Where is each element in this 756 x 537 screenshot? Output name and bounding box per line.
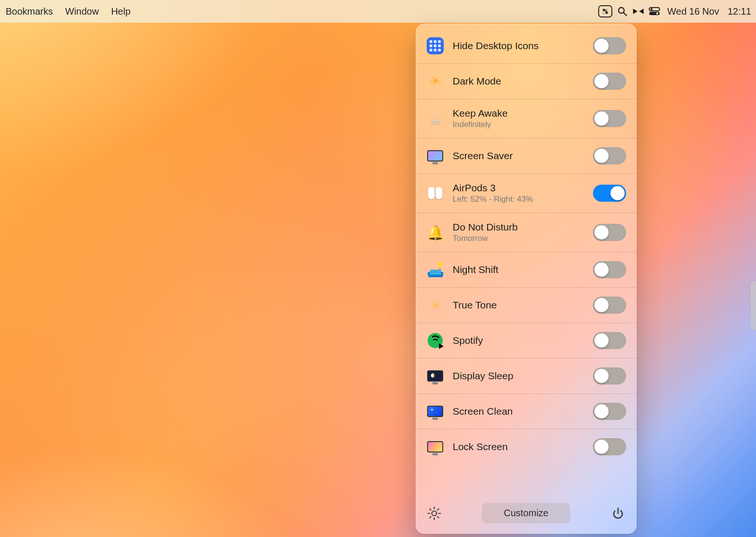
switch-row-true-tone: ☀︎True Tone [416, 288, 636, 323]
customize-button[interactable]: Customize [482, 503, 570, 523]
switch-row-hide-desktop-icons: Hide Desktop Icons [416, 28, 636, 64]
airpods-icon [428, 187, 442, 199]
switch-row-screen-clean: Screen Clean [416, 394, 636, 429]
toggle-keep-awake[interactable] [593, 110, 626, 127]
monitor-icon [427, 150, 443, 162]
switch-row-do-not-disturb: 🔔Do Not DisturbTomorrow [416, 213, 636, 252]
sun-icon: ☀︎ [429, 72, 442, 90]
toggle-lock-screen[interactable] [593, 438, 626, 455]
power-icon[interactable] [610, 505, 626, 521]
svg-line-13 [430, 509, 431, 511]
switch-row-spotify: Spotify [416, 323, 636, 358]
switch-label: True Tone [453, 299, 584, 311]
lock-screen-icon [427, 441, 443, 452]
switch-row-screen-saver: Screen Saver [416, 138, 636, 174]
menubar-time[interactable]: 12:11 [728, 6, 751, 17]
scroll-indicator[interactable] [750, 281, 756, 330]
switch-label: Keep Awake [453, 108, 584, 119]
display-sleep-icon [427, 370, 443, 382]
true-tone-icon: ☀︎ [429, 297, 442, 314]
spotlight-search-icon[interactable] [616, 5, 628, 17]
toggle-true-tone[interactable] [593, 297, 626, 314]
screen-clean-icon [427, 406, 443, 417]
menu-bar: Bookmarks Window Help Wed 16 Nov 12:11 [0, 0, 756, 23]
menubar-app-icon[interactable] [598, 5, 612, 17]
switch-label: Display Sleep [453, 370, 584, 382]
svg-point-5 [651, 8, 653, 10]
menubar-bowtie-icon[interactable] [632, 5, 644, 17]
toggle-night-shift[interactable] [593, 261, 626, 278]
switch-sublabel: Indefinitely [453, 120, 584, 129]
control-center-icon[interactable] [648, 5, 661, 17]
svg-line-15 [438, 509, 439, 511]
switch-row-dark-mode: ☀︎Dark Mode [416, 64, 636, 99]
switch-row-keep-awake: ☕︎Keep AwakeIndefinitely [416, 99, 636, 138]
switch-row-airpods-3: AirPods 3Left: 52% - Right: 43% [416, 174, 636, 213]
switch-sublabel: Tomorrow [453, 234, 584, 243]
toggle-display-sleep[interactable] [593, 367, 626, 384]
menu-bookmarks[interactable]: Bookmarks [6, 6, 53, 17]
svg-point-8 [432, 511, 437, 516]
lamp-icon: 🛋️ [427, 262, 444, 278]
switch-label: Dark Mode [453, 76, 584, 87]
switch-row-display-sleep: Display Sleep [416, 358, 636, 394]
switch-row-lock-screen: Lock Screen [416, 429, 636, 464]
menu-window[interactable]: Window [65, 6, 99, 17]
switch-label: Lock Screen [453, 441, 584, 452]
switch-label: AirPods 3 [453, 182, 584, 194]
switch-label: Do Not Disturb [453, 222, 584, 233]
switch-label: Screen Clean [453, 406, 584, 417]
switch-label: Hide Desktop Icons [453, 40, 584, 51]
toggle-airpods-3[interactable] [593, 185, 626, 202]
toggle-do-not-disturb[interactable] [593, 224, 626, 241]
switch-sublabel: Left: 52% - Right: 43% [453, 195, 584, 204]
coffee-cup-icon: ☕︎ [429, 111, 442, 127]
grid-icon [427, 37, 444, 54]
toggle-dark-mode[interactable] [593, 73, 626, 90]
switch-label: Screen Saver [453, 150, 584, 162]
svg-point-7 [656, 12, 658, 14]
switch-row-night-shift: 🛋️Night Shift [416, 252, 636, 288]
toggle-hide-desktop-icons[interactable] [593, 37, 626, 54]
menu-help[interactable]: Help [111, 6, 130, 17]
svg-line-14 [438, 516, 439, 518]
spotify-icon [428, 333, 443, 348]
settings-gear-icon[interactable] [426, 505, 442, 521]
toggle-screen-clean[interactable] [593, 403, 626, 420]
bell-icon: 🔔 [427, 224, 444, 241]
svg-line-16 [430, 516, 431, 518]
switch-label: Night Shift [453, 264, 584, 275]
toggle-screen-saver[interactable] [593, 147, 626, 164]
menubar-date[interactable]: Wed 16 Nov [667, 6, 719, 17]
switch-label: Spotify [453, 335, 584, 346]
toggle-spotify[interactable] [593, 332, 626, 349]
switches-panel: Hide Desktop Icons☀︎Dark Mode☕︎Keep Awak… [416, 24, 636, 534]
svg-line-3 [624, 13, 627, 16]
desktop-wallpaper [0, 0, 756, 537]
